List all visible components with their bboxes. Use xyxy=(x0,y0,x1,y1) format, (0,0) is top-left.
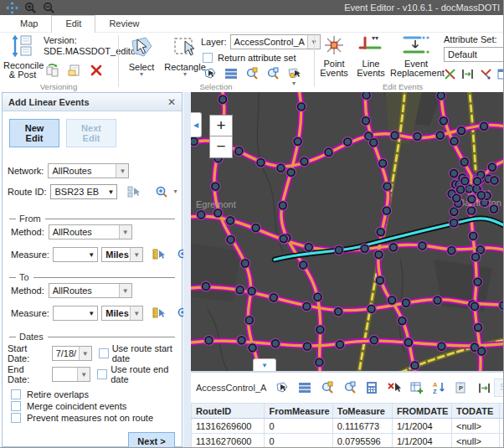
selection-list-icon[interactable] xyxy=(224,66,239,81)
event-point-marker[interactable] xyxy=(418,241,428,251)
event-point-marker[interactable] xyxy=(439,116,449,126)
event-point-marker[interactable] xyxy=(276,163,286,173)
column-header[interactable]: FromMeasure xyxy=(265,404,332,419)
event-point-marker[interactable] xyxy=(226,234,236,245)
column-header[interactable]: AC xyxy=(499,404,504,419)
event-point-marker[interactable] xyxy=(248,343,258,353)
event-point-marker[interactable] xyxy=(460,157,470,167)
calculate-icon[interactable] xyxy=(364,380,379,395)
event-point-marker[interactable] xyxy=(473,277,483,287)
event-point-marker[interactable] xyxy=(251,223,261,233)
table-row[interactable]: 1131626960000.11167731/1/2004<null>N xyxy=(192,419,504,434)
event-point-marker[interactable] xyxy=(387,296,397,306)
map-view[interactable]: EgremontGreatBarrington ◀ + − ▼ xyxy=(191,92,504,371)
selection-list-icon[interactable] xyxy=(297,380,312,395)
event-window-icon[interactable] xyxy=(497,66,504,81)
event-point-marker[interactable] xyxy=(449,218,459,228)
event-point-marker[interactable] xyxy=(300,157,310,167)
event-point-marker[interactable] xyxy=(333,306,343,317)
pan-to-selection-icon[interactable] xyxy=(342,380,357,395)
collapse-table-panel-button[interactable]: ▼ xyxy=(253,358,276,371)
event-point-marker[interactable] xyxy=(450,136,460,147)
event-point-marker[interactable] xyxy=(479,121,489,131)
select-route-icon[interactable] xyxy=(126,184,141,199)
event-point-marker[interactable] xyxy=(449,168,459,178)
event-point-marker[interactable] xyxy=(270,338,280,348)
event-point-marker[interactable] xyxy=(298,260,308,270)
event-point-marker[interactable] xyxy=(413,131,423,142)
event-point-marker[interactable] xyxy=(269,293,279,303)
end-date-field[interactable]: ▼ xyxy=(52,367,91,382)
route-id-combo[interactable]: BSR23 EB▼ xyxy=(50,184,117,199)
map-canvas[interactable]: EgremontGreatBarrington xyxy=(191,92,504,371)
event-point-marker[interactable] xyxy=(235,285,245,295)
event-point-marker[interactable] xyxy=(473,322,483,332)
event-point-marker[interactable] xyxy=(234,147,244,157)
next-edit-button[interactable]: Next Edit xyxy=(66,119,116,147)
event-point-marker[interactable] xyxy=(375,275,385,286)
table-row[interactable]: 1131627060000.07955961/1/2004<null>N xyxy=(192,434,504,448)
column-header[interactable]: ToMeasure xyxy=(332,404,392,419)
event-point-marker[interactable] xyxy=(369,335,379,345)
from-units-dropdown[interactable]: Miles▼ xyxy=(101,247,143,262)
paste-icon[interactable]: P xyxy=(455,380,470,395)
event-point-marker[interactable] xyxy=(383,182,393,192)
event-point-marker[interactable] xyxy=(225,215,235,225)
event-point-marker[interactable] xyxy=(316,325,326,335)
event-point-marker[interactable] xyxy=(437,342,447,352)
event-point-marker[interactable] xyxy=(196,210,206,220)
select-tool-button[interactable]: Select ▾ xyxy=(124,34,159,77)
zoom-out-icon[interactable] xyxy=(41,2,56,14)
tab-edit[interactable]: Edit xyxy=(51,15,95,33)
event-point-marker[interactable] xyxy=(498,301,504,311)
event-point-marker[interactable] xyxy=(247,286,257,296)
event-point-marker[interactable] xyxy=(293,136,303,147)
event-point-marker[interactable] xyxy=(378,158,388,168)
event-point-marker[interactable] xyxy=(360,244,370,254)
event-point-marker[interactable] xyxy=(324,147,334,157)
return-attribute-set-checkbox[interactable] xyxy=(203,53,213,63)
column-header[interactable]: TODATE xyxy=(452,404,500,419)
sort-icon[interactable]: AZ xyxy=(432,380,447,395)
select-by-shape-icon[interactable] xyxy=(203,66,218,81)
event-point-marker[interactable] xyxy=(201,281,211,291)
event-point-marker[interactable] xyxy=(455,185,465,195)
network-dropdown[interactable]: AllRoutes▼ xyxy=(48,163,129,178)
next-button[interactable]: Next > xyxy=(128,432,175,448)
event-point-marker[interactable] xyxy=(367,304,377,314)
pan-icon[interactable] xyxy=(4,2,19,14)
event-point-marker[interactable] xyxy=(410,361,420,371)
event-point-marker[interactable] xyxy=(404,337,414,348)
save-button[interactable]: Save xyxy=(494,378,504,397)
tab-map[interactable]: Map xyxy=(7,16,51,32)
event-point-marker[interactable] xyxy=(213,209,223,219)
event-point-marker[interactable] xyxy=(313,292,323,302)
new-edit-button[interactable]: New Edit xyxy=(9,119,59,147)
panel-splitter[interactable] xyxy=(183,92,191,448)
measure-on-map-icon[interactable] xyxy=(152,247,166,262)
event-point-marker[interactable] xyxy=(278,201,288,211)
measure-on-map-icon[interactable] xyxy=(152,306,166,321)
event-point-marker[interactable] xyxy=(240,259,250,269)
event-point-marker[interactable] xyxy=(388,243,399,253)
pan-to-selection-icon[interactable] xyxy=(265,66,280,81)
tab-review[interactable]: Review xyxy=(95,16,152,32)
event-point-marker[interactable] xyxy=(361,116,371,126)
event-point-marker[interactable] xyxy=(398,316,408,326)
from-measure-combo[interactable]: ▼ xyxy=(53,247,98,262)
event-point-marker[interactable] xyxy=(435,131,445,141)
attribute-set-dropdown[interactable]: Default▼ xyxy=(444,47,504,62)
event-point-marker[interactable] xyxy=(433,296,443,306)
delete-version-icon[interactable] xyxy=(89,63,104,78)
event-point-marker[interactable] xyxy=(335,340,345,350)
reconcile-icon[interactable] xyxy=(45,63,60,78)
event-replacement-button[interactable]: Event Replacement xyxy=(390,34,442,78)
to-method-dropdown[interactable]: AllRoutes▼ xyxy=(49,283,132,298)
event-point-marker[interactable] xyxy=(368,137,378,147)
event-point-marker[interactable] xyxy=(468,231,478,241)
column-header[interactable]: RouteID xyxy=(192,404,265,419)
event-point-marker[interactable] xyxy=(490,176,500,186)
event-point-marker[interactable] xyxy=(401,298,411,308)
event-point-marker[interactable] xyxy=(191,136,198,147)
event-point-marker[interactable] xyxy=(237,336,247,346)
